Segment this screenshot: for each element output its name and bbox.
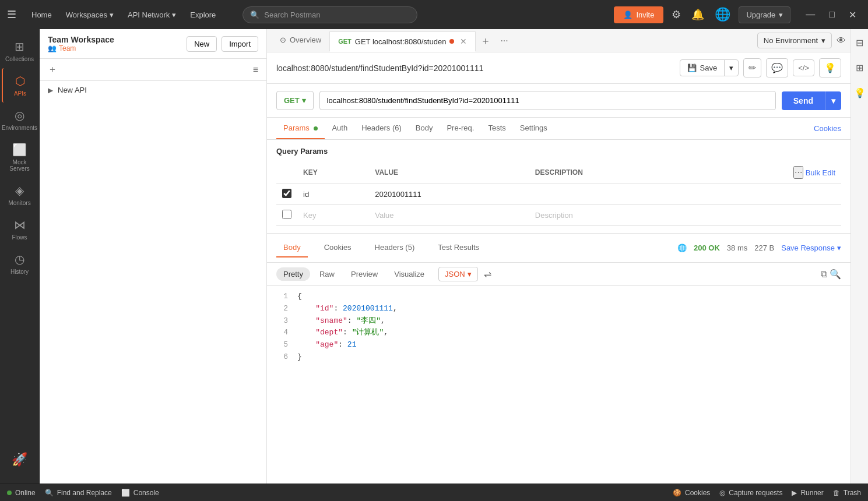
sidebar-item-history[interactable]: ◷ History [2,246,38,281]
response-tab-cookies[interactable]: Cookies [317,238,359,257]
sidebar-item-environments[interactable]: ◎ Environments [2,103,38,137]
import-button[interactable]: Import [222,36,258,52]
param-key-placeholder[interactable]: Key [297,205,369,226]
chevron-down-icon: ▾ [821,36,825,45]
sidebar-item-collections[interactable]: ⊞ Collections [2,34,38,68]
tab-auth[interactable]: Auth [325,118,354,139]
nav-workspaces[interactable]: Workspaces ▾ [60,7,120,23]
bottom-bar-item-runner[interactable]: ▶ Runner [792,489,823,497]
params-more-button[interactable]: ··· [793,166,803,179]
response-format-bar: Pretty Raw Preview Visualize JSON ▾ ⇌ ⧉ … [267,263,851,286]
eye-icon[interactable]: 👁 [837,36,846,46]
sidebar-item-monitors[interactable]: ◈ Monitors [2,178,38,212]
new-api-item[interactable]: ▶ New API [40,81,266,99]
tab-params[interactable]: Params [276,118,325,139]
format-raw-button[interactable]: Raw [312,267,342,281]
filter-icon[interactable]: ≡ [253,65,258,75]
tab-close-icon[interactable]: ✕ [460,37,467,46]
environment-selector[interactable]: No Environment ▾ [757,33,832,48]
code-line: 6 } [276,351,841,364]
search-response-icon[interactable]: 🔍 [830,269,841,280]
sidebar-item-flows[interactable]: ⋈ Flows [2,212,38,246]
tab-prereq[interactable]: Pre-req. [440,118,481,139]
unsaved-dot [449,39,454,44]
avatar-icon[interactable]: 🌐 [712,5,733,24]
code-icon[interactable]: </> [793,59,814,76]
team-icon: 👥 [48,44,57,52]
bottom-bar-item-trash[interactable]: 🗑 Trash [833,489,861,497]
nav-home[interactable]: Home [26,7,58,23]
format-visualize-button[interactable]: Visualize [387,267,431,281]
response-tab-body[interactable]: Body [276,238,308,257]
sidebar-item-apis[interactable]: ⬡ APIs [2,68,38,103]
bell-icon[interactable]: 🔔 [689,6,707,23]
format-preview-button[interactable]: Preview [344,267,385,281]
sidebar-item-mock-servers[interactable]: ⬜ Mock Servers [2,137,38,178]
status-ok: 200 OK [694,244,720,252]
menu-icon[interactable]: ☰ [7,8,16,21]
request-tabs-nav: Params Auth Headers (6) Body Pre-req. Te… [267,118,851,140]
wrap-icon[interactable]: ⇌ [480,266,495,282]
tab-active-request[interactable]: GET GET localhost:8080/studen ✕ [329,31,476,52]
maximize-button[interactable]: □ [824,7,839,23]
copy-icon[interactable]: ⧉ [821,269,827,280]
tab-settings[interactable]: Settings [513,118,554,139]
nav-explore[interactable]: Explore [184,7,222,23]
chevron-down-icon: ▾ [468,270,472,278]
tab-tests[interactable]: Tests [481,118,512,139]
titlebar: ☰ Home Workspaces ▾ API Network ▾ Explor… [0,0,868,29]
url-input[interactable] [319,91,776,110]
settings-icon[interactable]: ⚙ [669,6,683,23]
params-dot [314,126,318,130]
add-icon[interactable]: ＋ [48,63,57,76]
chevron-down-icon: ▾ [172,10,176,19]
save-response-button[interactable]: Save Response ▾ [781,244,841,252]
sidebar-rocket-button[interactable]: 🚀 [2,446,38,473]
cookies-link[interactable]: Cookies [814,124,841,133]
more-tabs-icon[interactable]: ··· [496,33,512,48]
bottom-bar-item-cookies[interactable]: 🍪 Cookies [673,489,710,497]
send-button[interactable]: Send [782,91,825,110]
minimize-button[interactable]: — [801,7,820,23]
tab-headers[interactable]: Headers (6) [354,118,409,139]
nav-api-network[interactable]: API Network ▾ [122,7,182,23]
send-dropdown-button[interactable]: ▾ [825,91,841,110]
status-size: 227 B [754,244,774,252]
bootom-bar-item-online[interactable]: Online [7,489,36,497]
bottom-bar-item-find-replace[interactable]: 🔍 Find and Replace [45,489,112,497]
response-tab-headers[interactable]: Headers (5) [368,238,422,257]
format-type-select[interactable]: JSON ▾ [438,267,478,281]
response-tab-test-results[interactable]: Test Results [431,238,486,257]
save-dropdown-button[interactable]: ▾ [724,60,738,76]
comment-icon[interactable]: 💬 [766,58,788,77]
param-checkbox[interactable] [282,189,291,198]
bottom-bar-item-console[interactable]: ⬜ Console [121,489,159,497]
invite-button[interactable]: 👤 Invite [614,6,663,23]
param-description[interactable] [529,184,693,205]
upgrade-button[interactable]: Upgrade ▾ [739,6,790,23]
new-button[interactable]: New [187,36,217,52]
bulk-edit-button[interactable]: Bulk Edit [806,168,835,177]
right-sidebar-icon-1[interactable]: ⊟ [852,34,867,52]
param-checkbox-empty[interactable] [282,210,291,219]
right-sidebar-icon-3[interactable]: 💡 [851,84,869,102]
right-sidebar-icon-2[interactable]: ⊞ [852,59,867,77]
add-tab-icon[interactable]: ＋ [476,31,496,50]
method-select[interactable]: GET ▾ [276,91,314,110]
format-pretty-button[interactable]: Pretty [276,267,310,281]
left-panel: Team Workspace 👥 Team New Import ＋ ≡ ▶ N… [40,29,267,484]
tab-overview[interactable]: ⊙ Overview [272,31,329,50]
tab-body[interactable]: Body [409,118,440,139]
save-button[interactable]: 💾 Save [680,60,725,76]
param-value-placeholder[interactable]: Value [369,205,529,226]
param-description-placeholder[interactable]: Description [529,205,693,226]
edit-icon[interactable]: ✏ [743,58,761,77]
param-value[interactable]: 20201001111 [369,184,529,205]
search-bar[interactable]: 🔍 Search Postman [243,6,417,23]
response-body: Pretty Raw Preview Visualize JSON ▾ ⇌ ⧉ … [267,263,851,484]
param-key[interactable]: id [297,184,369,205]
bottom-bar-item-capture[interactable]: ◎ Capture requests [719,489,782,497]
capture-icon: ◎ [719,489,725,497]
close-button[interactable]: ✕ [844,7,861,23]
lightbulb-icon[interactable]: 💡 [819,58,841,77]
